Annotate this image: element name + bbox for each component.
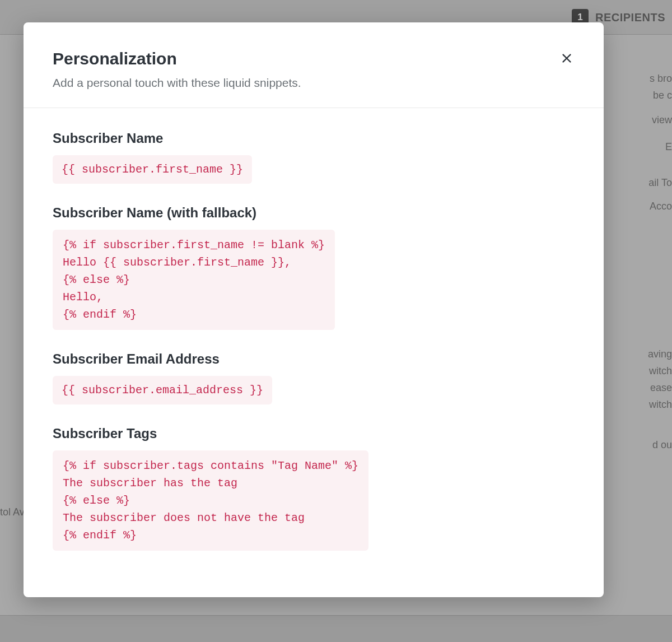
- section-subscriber-name: Subscriber Name {{ subscriber.first_name…: [53, 131, 575, 184]
- section-subscriber-name-fallback: Subscriber Name (with fallback) {% if su…: [53, 205, 575, 330]
- background-footer: [0, 615, 672, 642]
- section-title: Subscriber Tags: [53, 426, 575, 441]
- bg-text: ail To: [648, 177, 672, 189]
- modal-header: Personalization Add a personal touch wit…: [24, 22, 604, 108]
- bg-text: be c: [653, 90, 672, 101]
- code-snippet[interactable]: {% if subscriber.first_name != blank %} …: [53, 230, 335, 330]
- bg-text: witch: [649, 399, 672, 411]
- bg-text: aving: [648, 348, 672, 360]
- section-subscriber-email: Subscriber Email Address {{ subscriber.e…: [53, 351, 575, 404]
- personalization-modal: Personalization Add a personal touch wit…: [24, 22, 604, 597]
- bg-text: Acco: [650, 201, 672, 212]
- code-snippet[interactable]: {{ subscriber.email_address }}: [53, 376, 272, 404]
- bg-text: E: [665, 141, 672, 153]
- bg-text: s bro: [650, 73, 672, 85]
- modal-title: Personalization: [53, 49, 575, 68]
- section-title: Subscriber Name: [53, 131, 575, 146]
- section-title: Subscriber Name (with fallback): [53, 205, 575, 221]
- section-title: Subscriber Email Address: [53, 351, 575, 367]
- bg-text: witch: [649, 365, 672, 377]
- bg-text: d ou: [652, 439, 672, 451]
- section-subscriber-tags: Subscriber Tags {% if subscriber.tags co…: [53, 426, 575, 551]
- bg-text: ease: [650, 382, 672, 394]
- bg-text: tol Av: [0, 506, 25, 518]
- bg-text: view: [652, 114, 672, 126]
- close-icon: [561, 52, 573, 64]
- code-snippet[interactable]: {% if subscriber.tags contains "Tag Name…: [53, 450, 368, 551]
- modal-body: Subscriber Name {{ subscriber.first_name…: [24, 108, 604, 578]
- modal-subtitle: Add a personal touch with these liquid s…: [53, 76, 575, 90]
- step-label: RECIPIENTS: [595, 11, 665, 24]
- code-snippet[interactable]: {{ subscriber.first_name }}: [53, 155, 252, 184]
- close-button[interactable]: [557, 48, 577, 68]
